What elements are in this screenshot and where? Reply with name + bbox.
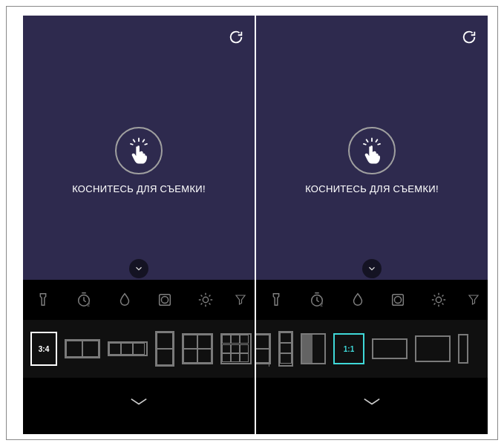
ratio-selector-row[interactable]: 3:4 bbox=[23, 320, 255, 378]
collapse-panel-button[interactable] bbox=[256, 387, 488, 416]
tap-hand-icon bbox=[356, 134, 388, 167]
vignette-icon bbox=[390, 292, 406, 308]
filter-icon bbox=[467, 292, 480, 308]
ratio-option-gradient[interactable] bbox=[301, 331, 326, 367]
tap-indicator[interactable] bbox=[348, 127, 396, 174]
tool-row: 2 bbox=[23, 283, 255, 317]
vignette-tool[interactable] bbox=[152, 287, 177, 312]
tap-indicator[interactable] bbox=[115, 127, 163, 174]
timer-tool[interactable]: 2 bbox=[304, 287, 330, 312]
drop-tool[interactable] bbox=[345, 287, 370, 312]
camera-viewfinder[interactable]: КОСНИТЕСЬ ДЛЯ СЪЕМКИ! bbox=[23, 16, 255, 280]
chevron-down-icon bbox=[134, 263, 144, 274]
ratio-option-1-1[interactable]: 1:1 bbox=[333, 331, 364, 367]
phone-screen-right: КОСНИТЕСЬ ДЛЯ СЪЕМКИ! 2 bbox=[256, 16, 488, 434]
chevron-down-icon bbox=[359, 395, 384, 408]
ratio-option-box-a[interactable] bbox=[372, 331, 408, 367]
ratio-option-partial-right[interactable] bbox=[458, 331, 468, 367]
flashlight-icon bbox=[35, 292, 51, 308]
filter-tool-partial[interactable] bbox=[467, 287, 480, 312]
phone-screen-left: КОСНИТЕСЬ ДЛЯ СЪЕМКИ! 2 bbox=[23, 16, 255, 434]
filter-icon bbox=[234, 292, 247, 308]
timer-icon: 2 bbox=[76, 292, 92, 308]
timer-tool[interactable]: 2 bbox=[71, 287, 96, 312]
tap-instruction-label: КОСНИТЕСЬ ДЛЯ СЪЕМКИ! bbox=[23, 183, 255, 194]
rotate-button[interactable] bbox=[228, 29, 244, 45]
ratio-label: 1:1 bbox=[344, 345, 354, 353]
chevron-down-icon bbox=[367, 263, 377, 274]
tool-row: 2 bbox=[256, 283, 488, 317]
svg-text:2: 2 bbox=[320, 302, 323, 307]
ratio-option-v2[interactable] bbox=[155, 331, 174, 367]
flashlight-icon bbox=[268, 292, 284, 308]
ratio-selector-row[interactable]: 1:1 bbox=[256, 320, 488, 378]
camera-viewfinder[interactable]: КОСНИТЕСЬ ДЛЯ СЪЕМКИ! bbox=[256, 16, 488, 280]
ratio-option-box-b[interactable] bbox=[415, 331, 451, 367]
drop-icon bbox=[117, 292, 133, 308]
rotate-icon bbox=[461, 29, 477, 45]
svg-point-4 bbox=[203, 297, 209, 302]
viewfinder-collapse-button[interactable] bbox=[129, 259, 148, 278]
ratio-option-3x3[interactable] bbox=[220, 331, 252, 367]
vignette-tool[interactable] bbox=[385, 287, 410, 312]
drop-icon bbox=[350, 292, 366, 308]
ratio-option-partial-left[interactable] bbox=[256, 331, 271, 367]
flash-tool[interactable] bbox=[264, 287, 289, 312]
ratio-option-v3[interactable] bbox=[278, 331, 293, 367]
svg-point-8 bbox=[395, 296, 402, 303]
timer-icon: 2 bbox=[309, 292, 325, 308]
svg-text:2: 2 bbox=[87, 302, 90, 307]
svg-point-3 bbox=[162, 296, 168, 303]
filter-tool-partial[interactable] bbox=[234, 287, 247, 312]
brightness-tool[interactable] bbox=[193, 287, 218, 312]
brightness-tool[interactable] bbox=[426, 287, 451, 312]
ratio-option-2x2[interactable] bbox=[182, 331, 213, 367]
rotate-button[interactable] bbox=[461, 29, 477, 45]
flash-tool[interactable] bbox=[30, 287, 56, 312]
drop-tool[interactable] bbox=[112, 287, 137, 312]
brightness-icon bbox=[197, 292, 214, 308]
viewfinder-collapse-button[interactable] bbox=[362, 259, 382, 278]
ratio-option-h2[interactable] bbox=[65, 331, 100, 367]
collapse-panel-button[interactable] bbox=[23, 387, 255, 416]
ratio-label: 3:4 bbox=[39, 345, 49, 353]
comparison-frame: КОСНИТЕСЬ ДЛЯ СЪЕМКИ! 2 bbox=[6, 6, 498, 440]
ratio-option-h3[interactable] bbox=[108, 331, 148, 367]
vignette-icon bbox=[157, 292, 173, 308]
chevron-down-icon bbox=[126, 395, 151, 408]
rotate-icon bbox=[228, 29, 244, 45]
ratio-option-3-4[interactable]: 3:4 bbox=[30, 331, 57, 367]
svg-point-9 bbox=[436, 297, 442, 302]
tap-hand-icon bbox=[122, 134, 155, 167]
brightness-icon bbox=[431, 292, 447, 308]
tap-instruction-label: КОСНИТЕСЬ ДЛЯ СЪЕМКИ! bbox=[256, 183, 488, 194]
